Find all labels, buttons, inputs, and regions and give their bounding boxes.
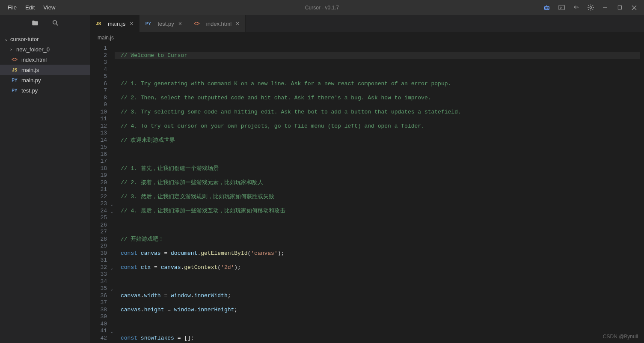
line-number: 42 (90, 335, 107, 342)
svg-point-2 (548, 8, 549, 9)
code-line (121, 66, 644, 74)
line-number: 7 (90, 87, 107, 95)
close-icon[interactable]: × (234, 20, 241, 27)
search-icon[interactable] (52, 19, 59, 28)
menu-view[interactable]: View (39, 3, 59, 12)
terminal-icon[interactable] (558, 4, 565, 12)
js-file-icon: JS (10, 68, 19, 72)
tree-file-mainjs[interactable]: JS main.js (0, 65, 90, 75)
tree-folder[interactable]: › new_folder_0 (0, 44, 90, 54)
tab-label: index.html (206, 21, 231, 27)
line-number: 16 (90, 151, 107, 158)
tree-file-mainpy[interactable]: PY main.py (0, 75, 90, 85)
line-number: 6 (90, 81, 107, 88)
line-number: 8 (90, 95, 107, 102)
robot-icon[interactable] (543, 4, 551, 12)
title-actions (543, 4, 644, 12)
line-number: 39 (90, 313, 107, 321)
tree-file-testpy[interactable]: PY test.py (0, 85, 90, 95)
window-title: Cursor - v0.1.7 (305, 5, 339, 11)
menu-edit[interactable]: Edit (21, 3, 39, 12)
svg-point-10 (53, 21, 56, 24)
folder-icon[interactable] (31, 19, 39, 28)
code-comment: // 4. 最后，让我们添加一些游戏互动，比如玩家如何移动和攻击 (121, 208, 285, 214)
tab-testpy[interactable]: PY test.py × (139, 15, 188, 32)
code-line (121, 151, 644, 158)
html-file-icon: <> (193, 21, 201, 27)
html-file-icon: <> (10, 57, 19, 63)
tree-folder-root[interactable]: ⌄ cursor-tutor (0, 34, 90, 44)
code-comment: // 1. Try generating with command K on a… (121, 81, 451, 87)
py-file-icon: PY (10, 78, 19, 83)
close-icon[interactable] (630, 4, 638, 12)
svg-point-1 (546, 8, 546, 9)
line-number: 2 (90, 52, 107, 60)
sidebar: ⌄ cursor-tutor › new_folder_0 <> index.h… (0, 15, 90, 343)
menu-bar: File Edit View (0, 3, 59, 12)
js-file-icon: JS (94, 21, 103, 26)
line-number: 31 (90, 257, 107, 264)
svg-line-11 (56, 24, 58, 26)
code-comment: // 1. 首先，让我们创建一个游戏场景 (121, 165, 219, 172)
svg-rect-4 (559, 5, 564, 10)
watermark: CSDN @Bynull (603, 334, 638, 340)
line-number: 10 (90, 109, 107, 116)
line-number: 41⌄ (90, 328, 107, 335)
tab-indexhtml[interactable]: <> index.html × (188, 15, 246, 32)
tabs-bar: JS main.js × PY test.py × <> index.html … (90, 15, 644, 32)
tab-mainjs[interactable]: JS main.js × (90, 15, 139, 32)
file-tree: ⌄ cursor-tutor › new_folder_0 <> index.h… (0, 32, 90, 97)
line-number: 19 (90, 172, 107, 179)
code-editor[interactable]: 1234567891011121314151617181920212223⌄24… (90, 43, 644, 343)
fold-icon[interactable]: ⌄ (111, 328, 113, 336)
breadcrumb[interactable]: main.js (90, 32, 644, 43)
tree-label: index.html (21, 57, 47, 63)
close-icon[interactable]: × (128, 20, 135, 27)
tree-label: test.py (21, 87, 38, 94)
line-number: 29 (90, 243, 107, 250)
code-content[interactable]: // Welcome to Cursor // 1. Try generatin… (115, 43, 644, 343)
line-number: 37 (90, 299, 107, 307)
line-number: 15 (90, 144, 107, 151)
fold-icon[interactable]: ⌄ (111, 265, 113, 272)
wave-icon[interactable] (572, 4, 580, 12)
line-number: 30 (90, 250, 107, 257)
fold-icon[interactable]: ⌄ (111, 201, 113, 209)
code-comment: // 4. To try out cursor on your own proj… (121, 123, 424, 129)
tree-label: new_folder_0 (16, 46, 50, 53)
sidebar-actions (0, 15, 90, 32)
code-comment: // Welcome to Cursor (121, 52, 187, 59)
line-number: 18 (90, 165, 107, 173)
line-number: 33 (90, 271, 107, 278)
tree-label: cursor-tutor (10, 36, 39, 42)
tree-label: main.py (21, 77, 41, 84)
chevron-down-icon: ⌄ (4, 36, 10, 42)
fold-icon[interactable]: ⌄ (111, 286, 113, 293)
close-icon[interactable]: × (177, 20, 184, 27)
maximize-icon[interactable] (616, 4, 623, 12)
tree-file-indexhtml[interactable]: <> index.html (0, 54, 90, 65)
line-number: 5 (90, 73, 107, 81)
line-number: 35⌄ (90, 285, 107, 292)
chevron-right-icon: › (10, 47, 16, 52)
line-number: 21 (90, 186, 107, 194)
line-number: 26 (90, 222, 107, 229)
line-number: 13 (90, 130, 107, 137)
py-file-icon: PY (10, 88, 19, 93)
editor-group: JS main.js × PY test.py × <> index.html … (90, 15, 644, 343)
code-comment: // 欢迎来到游戏世界 (121, 137, 175, 143)
tab-label: test.py (157, 21, 174, 27)
line-number: 28 (90, 236, 107, 243)
py-file-icon: PY (144, 21, 152, 26)
minimize-icon[interactable] (601, 4, 609, 12)
gear-icon[interactable] (587, 4, 594, 12)
line-number: 4 (90, 66, 107, 74)
line-number: 12 (90, 123, 107, 130)
code-comment: // 3. 然后，让我们定义游戏规则，比如玩家如何获胜或失败 (121, 194, 274, 200)
code-comment: // 2. Then, select the outputted code an… (121, 95, 431, 101)
code-comment: // 2. 接着，让我们添加一些游戏元素，比如玩家和敌人 (121, 179, 263, 186)
code-comment: // 3. Try selecting some code and hittin… (121, 109, 461, 115)
fold-icon[interactable]: ⌄ (111, 209, 113, 216)
line-number: 22 (90, 194, 107, 201)
menu-file[interactable]: File (3, 3, 21, 12)
